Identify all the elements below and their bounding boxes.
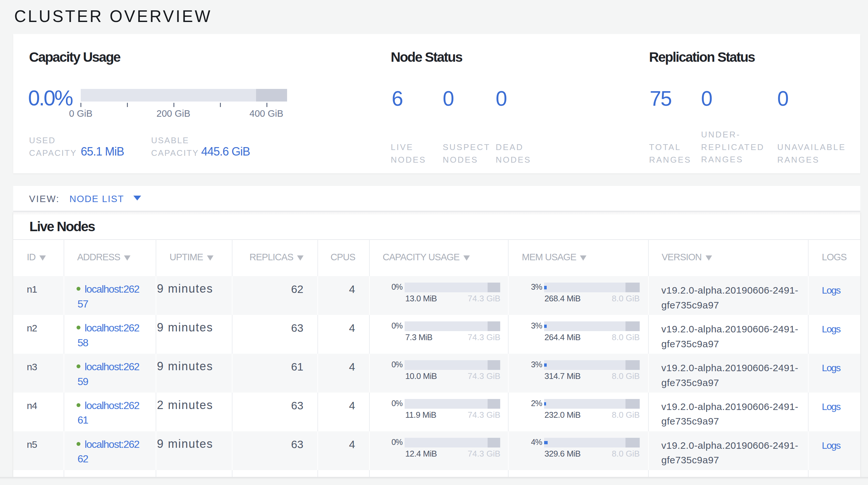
capacity-usage-heading: Capacity Usage xyxy=(29,51,120,64)
address-line-1[interactable]: localhost:262 xyxy=(85,361,139,372)
address-line-2[interactable]: 58 xyxy=(78,337,88,348)
column-header-label: CAPACITY USAGE xyxy=(383,252,460,262)
memory-bar xyxy=(544,360,640,370)
address-line-2[interactable]: 57 xyxy=(78,298,88,310)
node-logs-link[interactable]: Logs xyxy=(822,286,840,295)
column-header-logs[interactable]: LOGS xyxy=(822,253,847,262)
version-line-1: v19.2.0-alpha.20190606-2491- xyxy=(661,401,798,412)
node-uptime: 9 minutes xyxy=(157,438,213,450)
memory-bar-reserved xyxy=(625,321,640,331)
column-header-id[interactable]: ID xyxy=(27,253,46,262)
capacity-pct: 0% xyxy=(392,438,402,446)
memory-used-value: 314.7 MiB xyxy=(545,372,581,380)
column-separator xyxy=(369,470,370,477)
node-replicas: 63 xyxy=(291,439,304,450)
chevron-down-icon[interactable] xyxy=(133,196,141,200)
column-separator xyxy=(232,431,232,470)
capacity-bar-reserved xyxy=(488,321,500,331)
address-line-1[interactable]: localhost:262 xyxy=(85,400,139,411)
node-cpus: 4 xyxy=(349,361,355,372)
column-header-memory[interactable]: MEM USAGE xyxy=(522,253,586,262)
node-uptime: 2 minutes xyxy=(157,399,213,411)
usable-capacity-label: USABLE CAPACITY xyxy=(151,134,206,159)
address-line-2[interactable]: 62 xyxy=(78,453,88,465)
column-separator xyxy=(156,354,156,393)
column-header-label: ADDRESS xyxy=(77,252,120,262)
column-header-uptime[interactable]: UPTIME xyxy=(169,253,213,262)
column-header-replicas[interactable]: REPLICAS xyxy=(250,253,304,262)
node-address-link[interactable]: localhost:26262 xyxy=(78,437,142,467)
node-logs-link[interactable]: Logs xyxy=(822,441,840,450)
capacity-used-value: 10.0 MiB xyxy=(405,372,437,380)
node-cpus: 4 xyxy=(349,400,355,411)
column-separator xyxy=(317,393,318,431)
column-separator xyxy=(369,276,370,315)
node-id: n4 xyxy=(27,401,37,411)
address-line-1[interactable]: localhost:262 xyxy=(85,322,139,334)
total-ranges-label: TOTAL RANGES xyxy=(649,141,693,166)
column-header-cpus[interactable]: CPUS xyxy=(330,253,355,262)
node-version: v19.2.0-alpha.20190606-2491-gfe735c9a97 xyxy=(661,322,813,351)
table-header-border xyxy=(13,239,860,240)
page-bottom-band xyxy=(0,477,868,485)
column-separator xyxy=(369,315,370,354)
address-line-2[interactable]: 61 xyxy=(78,414,88,426)
suspect-nodes-label: SUSPECT NODES xyxy=(443,141,494,166)
address-line-2[interactable]: 59 xyxy=(78,376,88,387)
node-version: v19.2.0-alpha.20190606-2491-gfe735c9a97 xyxy=(661,438,813,468)
capacity-bar-reserved xyxy=(488,399,500,409)
live-nodes-label: LIVE NODES xyxy=(391,141,430,166)
address-line-1[interactable]: localhost:262 xyxy=(85,283,139,295)
cluster-overview-page: CLUSTER OVERVIEW Capacity Usage 0.0% 0 G… xyxy=(0,0,868,485)
column-header-label: LOGS xyxy=(822,252,847,262)
column-separator xyxy=(508,354,508,393)
column-separator xyxy=(648,354,649,393)
address-line-1[interactable]: localhost:262 xyxy=(85,438,139,450)
column-separator xyxy=(64,431,64,470)
column-header-capacity[interactable]: CAPACITY USAGE xyxy=(383,253,470,262)
node-address-link[interactable]: localhost:26259 xyxy=(78,360,142,389)
capacity-gauge xyxy=(81,89,287,102)
node-address-link[interactable]: localhost:26261 xyxy=(78,398,142,428)
node-replicas: 63 xyxy=(291,322,304,333)
node-address-link[interactable]: localhost:26257 xyxy=(78,282,142,312)
capacity-bar-reserved xyxy=(488,438,500,448)
column-header-address[interactable]: ADDRESS xyxy=(77,253,130,262)
cluster-summary-card: Capacity Usage 0.0% 0 GiB 200 GiB 400 Gi… xyxy=(13,34,860,173)
capacity-bar xyxy=(405,438,500,448)
version-line-2: gfe735c9a97 xyxy=(661,455,719,465)
node-logs-link[interactable]: Logs xyxy=(822,363,840,373)
version-line-1: v19.2.0-alpha.20190606-2491- xyxy=(661,324,798,334)
node-cpus: 4 xyxy=(349,284,355,294)
column-header-label: MEM USAGE xyxy=(522,252,576,262)
capacity-bar xyxy=(405,360,500,370)
replication-status-heading: Replication Status xyxy=(649,51,755,64)
column-separator xyxy=(508,470,508,477)
column-separator xyxy=(232,354,232,393)
live-nodes-count: 6 xyxy=(392,88,403,109)
gauge-tick xyxy=(127,103,128,107)
sort-desc-icon xyxy=(463,255,470,261)
node-logs-link[interactable]: Logs xyxy=(822,324,840,334)
sort-desc-icon xyxy=(39,255,46,261)
column-separator xyxy=(232,393,232,431)
column-separator xyxy=(317,315,318,354)
column-separator xyxy=(64,276,64,315)
view-dropdown[interactable]: NODE LIST xyxy=(69,194,124,204)
column-header-label: UPTIME xyxy=(169,252,203,262)
node-row-n4: n4 localhost:26261 2 minutes 63 4 0% 11.… xyxy=(13,393,860,431)
node-logs-link[interactable]: Logs xyxy=(822,402,840,411)
memory-total-value: 8.0 GiB xyxy=(612,411,640,419)
view-selector-bar: VIEW: NODE LIST xyxy=(13,186,860,211)
suspect-nodes-count: 0 xyxy=(443,88,454,109)
column-header-version[interactable]: VERSION xyxy=(662,253,712,262)
node-cpus: 4 xyxy=(349,322,355,333)
node-replicas: 63 xyxy=(291,400,304,411)
memory-pct: 2% xyxy=(531,399,542,407)
node-address-link[interactable]: localhost:26258 xyxy=(78,321,142,350)
column-separator xyxy=(369,431,370,470)
node-row-partial xyxy=(13,470,860,477)
gauge-tick-label: 0 GiB xyxy=(69,109,93,118)
node-row-n3: n3 localhost:26259 9 minutes 61 4 0% 10.… xyxy=(13,354,860,393)
node-cpus: 4 xyxy=(349,439,355,450)
